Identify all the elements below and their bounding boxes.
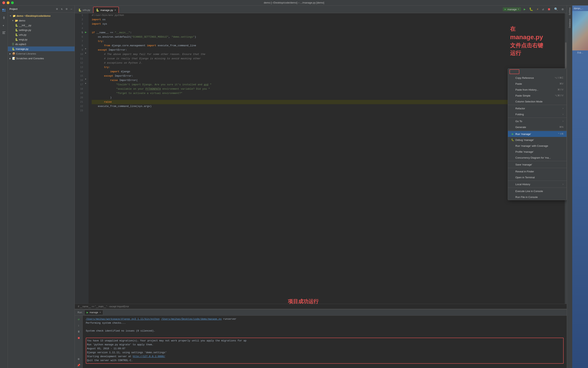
line-num-17: 17 — [76, 83, 83, 87]
database-btn[interactable]: Database — [568, 18, 571, 29]
ctx-copy-reference[interactable]: Copy Reference ⌥⇧⌘C — [508, 75, 567, 81]
run-pin-btn[interactable]: 📌 — [76, 362, 81, 368]
annotation-line3: 文件点击右键 — [510, 42, 543, 48]
run-config-dropdown[interactable]: ▶ manage ▼ — [503, 7, 521, 11]
tab-close-manage[interactable]: ✕ — [114, 9, 116, 11]
ctx-paste[interactable]: Paste ⌘V — [508, 81, 567, 87]
tree-wsgi-py[interactable]: 🐍 wsgi.py — [8, 37, 75, 42]
ctx-refactor[interactable]: Refactor › — [508, 105, 567, 111]
code-line-1: #!/usr/bin/env python — [92, 13, 562, 18]
sciview-btn[interactable]: SciView — [568, 6, 571, 16]
tree-external-libs[interactable]: ▶ 📦 External Libraries — [8, 51, 75, 56]
commit-icon[interactable] — [1, 15, 7, 21]
breadcrumb-main[interactable]: if __name__ == "__main__" — [78, 305, 107, 308]
project-panel: Project ⚙ ⇅ ⚙ — ▼ 📁 demo ~/Desktop/code/… — [8, 6, 75, 368]
tree-db-sqlite[interactable]: 🗄 db.sqlite3 — [8, 42, 75, 46]
settings-toolbar-icon[interactable]: ⚙ — [561, 7, 564, 12]
run-line-4: System check identified no issues (0 sil… — [86, 329, 564, 333]
tree-scratches[interactable]: ▶ 📝 Scratches and Consoles — [8, 56, 75, 61]
ctx-local-history[interactable]: Local History › — [508, 181, 567, 187]
run-highlight-2: Run 'python manage.py migrate' to apply … — [87, 343, 562, 347]
ctx-concurrency[interactable]: Concurrency Diagram for 'ma... — [508, 155, 567, 161]
run-settings-btn[interactable]: ⚙ — [76, 356, 81, 362]
fold-indicator-8[interactable]: ▼ — [85, 48, 86, 50]
favorites-icon[interactable]: ★ — [1, 22, 7, 28]
settings-icon[interactable]: ⚙ — [55, 7, 58, 11]
ctx-sep-2 — [508, 118, 567, 118]
ctx-run-manage[interactable]: ▶ Run 'manage' ⌃⇧R — [508, 131, 567, 137]
ctx-column-selection[interactable]: Column Selection Mode — [508, 99, 567, 104]
ctx-goto[interactable]: Go To › — [508, 118, 567, 124]
run-server-url[interactable]: http://127.0.0.1:8000/ — [133, 355, 165, 358]
django-panel: django_... 天命... — [572, 6, 588, 368]
run-stop-btn[interactable]: ⏹ — [76, 335, 81, 341]
ctx-run-coverage[interactable]: Run 'manage' with Coverage — [508, 143, 567, 149]
project-icon[interactable] — [1, 7, 7, 13]
fold-indicator-15[interactable]: ▼ — [85, 78, 86, 80]
run-python-path[interactable]: /Users/meihao/workspace/django_py3_1.11/… — [86, 318, 160, 321]
maximize-button[interactable] — [11, 1, 14, 4]
run-manage-icon: ▶ — [511, 133, 514, 135]
tree-demo-folder[interactable]: ▼ 📂 demo — [8, 18, 75, 23]
ctx-reveal-finder[interactable]: Reveal in Finder — [508, 168, 567, 174]
close-button[interactable] — [2, 1, 5, 4]
run-down-btn[interactable]: ↓ — [76, 323, 81, 328]
run-highlight-6: Quit the server with CONTROL-C. — [87, 359, 562, 362]
ctx-execute-line[interactable]: Execute Line in Console — [508, 188, 567, 194]
ctx-paste-history[interactable]: Paste from History... ⌘⇧V — [508, 87, 567, 92]
ctx-generate[interactable]: Generate ⌘N — [508, 124, 567, 130]
tree-init-py[interactable]: 🐍 __init__.py — [8, 23, 75, 28]
ctx-goto-label: Go To — [515, 120, 522, 123]
success-annotation: 项目成功运行 — [288, 298, 319, 305]
line-num-15: 15 — [76, 74, 83, 78]
minimize-button[interactable] — [7, 1, 9, 4]
ctx-paste-simple[interactable]: Paste Simple ⌥⌘⇧V — [508, 92, 567, 99]
line-num-6: 6 — [76, 35, 83, 39]
search-button[interactable]: 🔍 — [553, 7, 559, 12]
run-button[interactable]: ▶ — [523, 7, 527, 12]
line-num-20: 20 — [76, 96, 83, 100]
run-manage-path[interactable]: /Users/meihao/Desktop/code/demo/manage.p… — [161, 318, 222, 321]
django-panel-thumbnail — [572, 11, 588, 50]
code-line-10: # The above import may fail for some oth… — [92, 52, 562, 56]
debug-button[interactable]: 🐛 — [528, 7, 534, 12]
ctx-folding-arrow: › — [563, 113, 563, 116]
manage-py-label: manage.py — [16, 47, 28, 50]
tree-root-item[interactable]: ▼ 📁 demo ~/Desktop/code/demo — [8, 13, 75, 18]
tree-settings-py[interactable]: 🐍 settings.py — [8, 28, 75, 32]
db-label: db.sqlite3 — [15, 43, 26, 46]
ctx-profile-manage[interactable]: Profile 'manage' — [508, 149, 567, 155]
close-panel-icon[interactable]: — — [70, 7, 73, 11]
tree-urls-py[interactable]: 🐍 urls.py — [8, 32, 75, 37]
tree-manage-py[interactable]: 🐍 manage.py — [8, 46, 75, 51]
run-highlight-box: You have 13 unapplied migration(s). Your… — [86, 338, 564, 364]
run-restart-btn[interactable]: ↺ — [76, 316, 81, 322]
ctx-save-manage[interactable]: Save 'manage' — [508, 162, 567, 167]
tab-urls-py[interactable]: 🐍 urls.py — [76, 7, 93, 13]
tab-manage-py[interactable]: 🐍 manage.py ✕ — [93, 7, 119, 13]
scratches-icon: 📝 — [12, 57, 15, 60]
ctx-run-manage-shortcut: ⌃⇧R — [558, 133, 563, 135]
ctx-copy-ref-shortcut: ⌥⇧⌘C — [554, 76, 563, 79]
svg-rect-8 — [2, 32, 6, 32]
run-performing-checks: Performing system checks... — [86, 322, 126, 324]
run-tab-close[interactable]: ✕ — [99, 311, 101, 313]
code-line-5: if __name__ == "__main__": — [92, 30, 562, 35]
ctx-debug-manage[interactable]: 🐛 Debug 'manage' — [508, 137, 567, 143]
structure-icon[interactable] — [1, 29, 7, 36]
run-tab-manage[interactable]: ▶ manage ✕ — [84, 310, 103, 315]
fold-indicator-16[interactable]: ▼ — [85, 83, 86, 85]
code-body[interactable]: #!/usr/bin/env python import os import s… — [88, 13, 565, 304]
reload-button[interactable]: ↺ — [541, 7, 545, 12]
ctx-run-file-label: Run File in Console — [515, 196, 538, 199]
ctx-folding[interactable]: Folding › — [508, 111, 567, 117]
ctx-run-file[interactable]: Run File in Console — [508, 194, 567, 200]
coverage-button[interactable]: ⚡ — [536, 7, 539, 12]
ctx-open-terminal[interactable]: Open in Terminal — [508, 174, 567, 180]
breadcrumb-except[interactable]: except ImportError — [109, 305, 129, 308]
run-pause-btn[interactable]: ⏸ — [76, 329, 81, 334]
stop-button[interactable]: ⏹ — [547, 7, 551, 12]
fold-indicator-9[interactable]: ▼ — [85, 52, 86, 54]
sort-icon[interactable]: ⇅ — [60, 7, 63, 11]
gear-icon[interactable]: ⚙ — [65, 7, 68, 11]
